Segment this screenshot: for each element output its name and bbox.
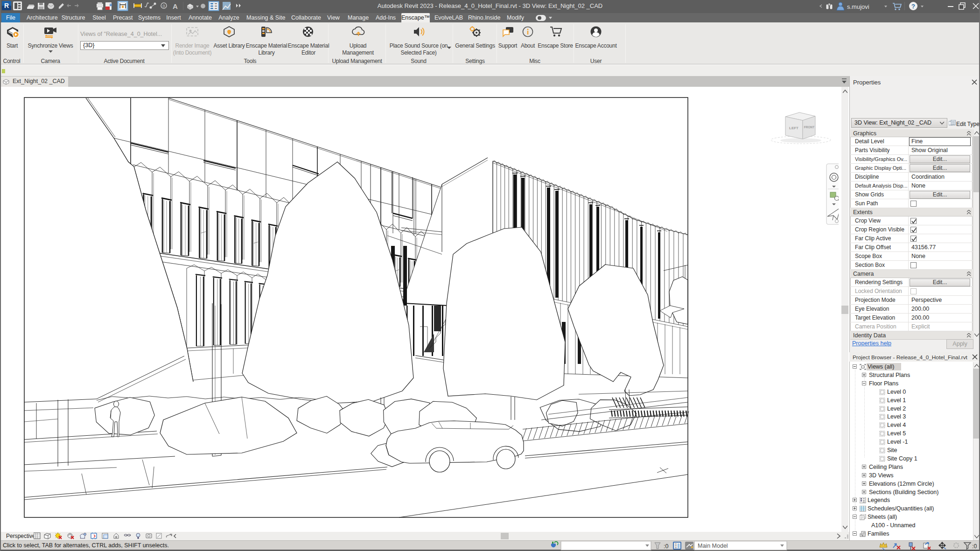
svg-text:LEFT: LEFT [789, 126, 798, 130]
svg-text::0: :0 [664, 543, 668, 550]
svg-text::0: :0 [972, 543, 977, 550]
svg-text:s.mujovi: s.mujovi [847, 3, 869, 10]
svg-text:FRONT: FRONT [804, 126, 814, 129]
svg-text:Main Model: Main Model [698, 543, 728, 549]
svg-text:?: ? [911, 3, 915, 10]
